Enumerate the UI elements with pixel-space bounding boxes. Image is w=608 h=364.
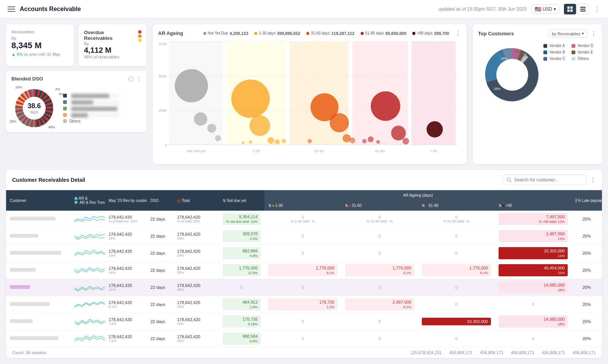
ar-more-icon[interactable]: ⋮ (455, 30, 461, 37)
svg-point-41 (242, 141, 245, 144)
svg-point-50 (362, 139, 367, 143)
col-ar-1-30: ⇅ ● 1-30 (264, 200, 341, 211)
dso-donut: 38.6 days 2% 5% 18% 28% 48% (11, 85, 57, 131)
customer-search-input[interactable] (514, 177, 583, 183)
tc-legend-others: Others (572, 57, 594, 61)
overdue-label2: Receivables (84, 35, 112, 41)
svg-point-33 (207, 124, 216, 132)
col-total: ▤ Total (173, 190, 219, 211)
svg-text:2%: 2% (526, 59, 531, 62)
tc-more-icon[interactable]: ⋮ (591, 30, 597, 37)
dso-more-icon[interactable]: ⋮ (137, 76, 141, 82)
top-left-area: Receivables Rp 8,345 M ▲ 6% vs prev mth … (6, 24, 147, 164)
svg-point-47 (371, 91, 401, 121)
svg-point-54 (496, 59, 528, 91)
table-row: 178,642,42011% 22 days 178,642,42028% 0 … (6, 279, 602, 296)
grid-view-button[interactable] (564, 4, 576, 14)
col-ar-ageing-group: AR Ageing (days) (264, 190, 572, 200)
receivables-change: ▲ 6% vs prev mth 31 May (11, 52, 69, 57)
sparkline (74, 282, 105, 292)
table-row: 178,642,4207.6% 22 days 178,642,42028% 1… (6, 313, 602, 330)
svg-line-62 (510, 181, 512, 183)
top-cards-area: Receivables Rp 8,345 M ▲ 6% vs prev mth … (6, 24, 602, 164)
svg-point-51 (368, 136, 374, 142)
overdue-pct: 48% of receivables (84, 55, 141, 59)
view-toggle (564, 4, 589, 14)
table-more-icon[interactable]: ⋮ (590, 176, 596, 184)
svg-text:5%: 5% (516, 50, 520, 54)
table-scroll[interactable]: Customer AR & AR & Rev Trend (6, 190, 602, 347)
list-view-button[interactable] (577, 4, 589, 14)
svg-point-37 (268, 137, 274, 144)
receivables-table: Customer AR & AR & Rev Trend (6, 190, 602, 347)
col-ar-31-60: ⇅ ● 31-60 (341, 200, 418, 211)
svg-rect-3 (570, 9, 573, 12)
svg-rect-0 (567, 6, 570, 9)
header-more-icon[interactable]: ⋮ (594, 5, 600, 13)
svg-point-38 (275, 139, 280, 145)
svg-text:750K: 750K (158, 42, 167, 46)
tc-legend-vendor-b: Vendor B (543, 50, 565, 54)
ar-ageing-chart: 0 250K 500K 750K Not due yet 1-30 31-60 … (158, 40, 461, 158)
col-late-pmt: i % Late payment (572, 190, 602, 211)
svg-text:500K: 500K (158, 74, 167, 78)
table-row: 178,642,42010% 22 days 178,642,42028% 88… (6, 245, 602, 262)
overdue-value: 4,112 M (84, 46, 141, 55)
svg-rect-1 (570, 6, 573, 9)
menu-icon[interactable] (8, 6, 15, 12)
tc-filter-button[interactable]: by Receivables ▾ (548, 30, 587, 38)
dso-title: Blended DSO (11, 76, 43, 82)
overdue-bar-1 (138, 30, 141, 33)
footer-total-main: 125,678,924,231 (410, 350, 442, 355)
header: Accounts Receivable updated as of 15:30p… (0, 0, 608, 18)
svg-point-40 (249, 140, 252, 144)
overdue-label: Overdue (84, 30, 112, 35)
col-ar-90: ⇅ ● >90 (495, 200, 572, 211)
svg-text:31-60: 31-60 (314, 149, 324, 153)
tc-legend-vendor-c: Vendor C (543, 57, 565, 61)
table-footer: Count: 36 vendors 125,678,924,231 456,80… (6, 347, 602, 358)
tc-legend: Vendor A Vendor D Vendor B (543, 41, 593, 61)
table-header: Customer Receivables Detail ⋮ (6, 170, 602, 190)
legend-item-2: ████████ (63, 100, 119, 105)
sparkline (74, 333, 105, 344)
svg-point-45 (349, 137, 355, 143)
svg-text:18%: 18% (500, 57, 507, 60)
receivables-card: Receivables Rp 8,345 M ▲ 6% vs prev mth … (6, 24, 74, 66)
svg-point-52 (376, 140, 380, 144)
sparkline (74, 230, 105, 241)
legend-item-4: ██████ (63, 113, 119, 118)
top-customers-card: Top Customers by Receivables ▾ ⋮ (473, 24, 602, 164)
dso-legend: ██████████████ ████████ ████████████████… (63, 93, 119, 123)
dso-info-icon[interactable]: i (128, 76, 134, 82)
col-customer: Customer (6, 190, 71, 211)
header-left: Accounts Receivable (8, 6, 81, 13)
sparkline (74, 247, 105, 258)
svg-text:> 90: > 90 (430, 149, 437, 153)
overdue-bar-3 (138, 39, 141, 42)
svg-point-34 (215, 135, 221, 141)
dso-unit: days (27, 110, 41, 114)
currency-selector[interactable]: 🇺🇸 USD ▾ (531, 4, 559, 14)
table-title: Customer Receivables Detail (12, 177, 85, 183)
svg-point-53 (427, 121, 443, 137)
ar-ageing-title: AR Ageing (158, 30, 183, 36)
search-box[interactable] (502, 175, 587, 185)
table-row: 178,642,420% of total rev: 32% 22 days 1… (6, 211, 602, 228)
svg-rect-6 (580, 11, 586, 11)
svg-point-61 (507, 178, 511, 181)
svg-point-48 (391, 126, 406, 140)
dso-value: 38.6 (27, 102, 41, 110)
svg-rect-4 (580, 7, 586, 8)
tc-donut-chart: 48% 28% 18% 5% 3.6% 2% (478, 41, 539, 101)
svg-text:61-90: 61-90 (375, 149, 385, 153)
header-right: updated as of 15:30pm SGT, 30th Jun 2023… (438, 4, 600, 14)
svg-text:28%: 28% (494, 87, 500, 91)
legend-item-3: █████████████████ (63, 106, 119, 111)
svg-rect-2 (567, 9, 570, 12)
svg-text:Not due yet: Not due yet (187, 149, 206, 153)
table-section: Customer Receivables Detail ⋮ Customer (6, 170, 602, 358)
vendor-count: Count: 36 vendors (12, 350, 46, 355)
svg-point-36 (249, 115, 270, 136)
table-row: 178,642,42014% 22 days 178,642,42028% 1,… (6, 262, 602, 279)
